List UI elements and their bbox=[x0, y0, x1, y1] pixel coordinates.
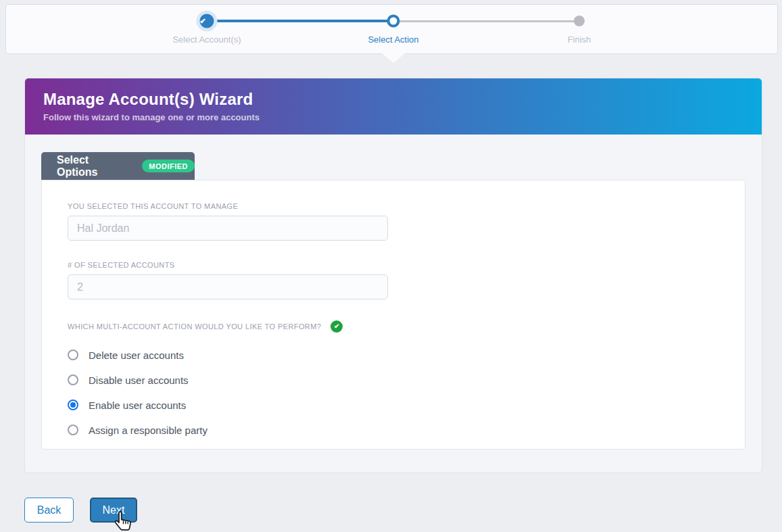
wizard-card-header: Manage Account(s) Wizard Follow this wiz… bbox=[25, 78, 762, 135]
radio-option-enable-accounts[interactable]: Enable user accounts bbox=[68, 397, 745, 413]
count-field-label: # OF SELECTED ACCOUNTS bbox=[68, 261, 745, 269]
selected-accounts-count-input bbox=[68, 274, 388, 299]
wizard-stepper-bar: ✔ Select Account(s) Select Action Finish bbox=[5, 4, 778, 54]
action-question-label: WHICH MULTI-ACCOUNT ACTION WOULD YOU LIK… bbox=[68, 322, 321, 331]
modified-badge: MODIFIED bbox=[142, 160, 195, 172]
radio-button-icon[interactable] bbox=[68, 374, 78, 385]
active-step-caret bbox=[382, 53, 405, 63]
stepper-track-completed bbox=[207, 20, 393, 22]
step-pending-circle-icon[interactable] bbox=[574, 16, 585, 26]
radio-option-delete-accounts[interactable]: Delete user accounts bbox=[68, 347, 745, 363]
check-icon: ✔ bbox=[200, 17, 206, 25]
radio-option-label: Disable user accounts bbox=[89, 374, 189, 386]
step-label-finish: Finish bbox=[568, 34, 591, 45]
action-radio-group: Delete user accounts Disable user accoun… bbox=[68, 347, 745, 438]
radio-button-icon[interactable] bbox=[68, 425, 78, 435]
radio-option-label: Enable user accounts bbox=[89, 400, 186, 411]
stepper-track-pending bbox=[393, 20, 579, 22]
wizard-card: Manage Account(s) Wizard Follow this wiz… bbox=[24, 78, 762, 473]
page-title: Manage Account(s) Wizard bbox=[43, 90, 762, 109]
step-active-circle-icon[interactable] bbox=[387, 15, 400, 28]
radio-button-icon[interactable] bbox=[68, 349, 78, 360]
select-options-panel: YOU SELECTED THIS ACCOUNT TO MANAGE # OF… bbox=[41, 180, 746, 450]
next-button[interactable]: Next bbox=[90, 498, 137, 523]
valid-check-icon: ✔ bbox=[331, 320, 343, 333]
action-question-row: WHICH MULTI-ACCOUNT ACTION WOULD YOU LIK… bbox=[68, 320, 745, 333]
radio-button-icon[interactable] bbox=[68, 400, 78, 410]
step-label-select-action: Select Action bbox=[368, 34, 418, 45]
step-completed-check-icon[interactable]: ✔ bbox=[200, 14, 214, 28]
step-label-select-accounts: Select Account(s) bbox=[172, 34, 241, 45]
tab-select-options[interactable]: Select Options MODIFIED bbox=[41, 152, 195, 180]
radio-option-disable-accounts[interactable]: Disable user accounts bbox=[68, 372, 745, 388]
tab-label: Select Options bbox=[57, 154, 132, 178]
page-subtitle: Follow this wizard to manage one or more… bbox=[43, 112, 762, 122]
radio-option-label: Assign a responsible party bbox=[89, 425, 207, 436]
back-button[interactable]: Back bbox=[24, 498, 74, 523]
radio-option-assign-responsible-party[interactable]: Assign a responsible party bbox=[68, 422, 745, 438]
account-field-label: YOU SELECTED THIS ACCOUNT TO MANAGE bbox=[68, 202, 745, 210]
radio-option-label: Delete user accounts bbox=[89, 349, 184, 361]
selected-account-input bbox=[68, 216, 388, 241]
